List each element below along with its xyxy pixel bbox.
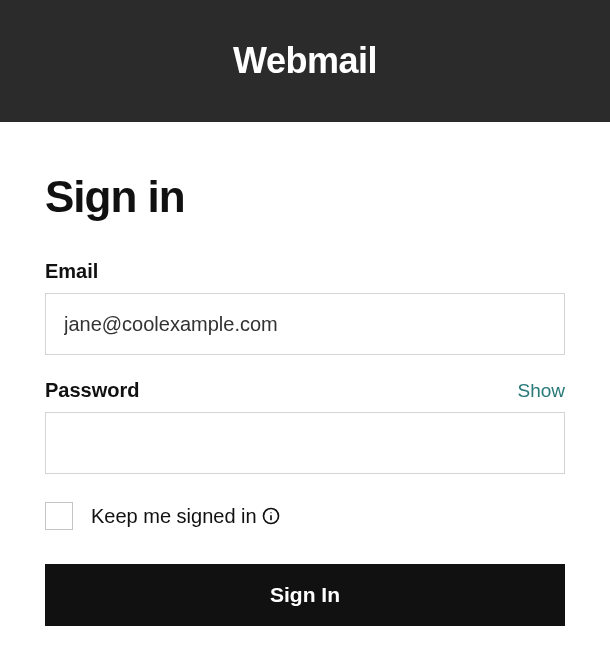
signin-form: Sign in Email Password Show Keep me sign… [0,122,610,626]
page-title: Sign in [45,172,565,222]
remember-row: Keep me signed in [45,502,565,530]
email-input[interactable] [45,293,565,355]
email-field-group: Email [45,260,565,355]
remember-checkbox[interactable] [45,502,73,530]
remember-label: Keep me signed in [91,505,281,528]
svg-point-1 [270,512,271,513]
password-field-group: Password Show [45,379,565,474]
password-input[interactable] [45,412,565,474]
email-label: Email [45,260,98,283]
show-password-link[interactable]: Show [517,380,565,402]
header: Webmail [0,0,610,122]
remember-label-text: Keep me signed in [91,505,257,528]
signin-button[interactable]: Sign In [45,564,565,626]
info-icon[interactable] [261,506,281,526]
app-title: Webmail [233,40,377,82]
password-label: Password [45,379,139,402]
